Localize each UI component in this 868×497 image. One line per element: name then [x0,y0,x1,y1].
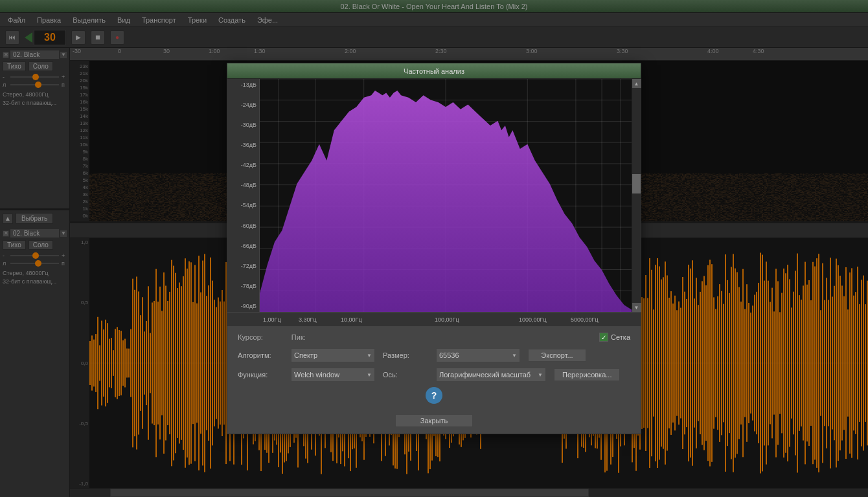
scroll-arrow-up[interactable]: ▲ [632,79,641,88]
chart-y-label-3: -36дБ [230,142,257,148]
axis-value: Логарифмический масштаб [439,371,531,379]
function-arrow-icon: ▼ [367,372,372,378]
redraw-button[interactable]: Перерисовка... [554,368,620,381]
chart-y-label-11: -90дБ [230,303,257,309]
chart-container: -13дБ -24дБ -30дБ -36дБ -42дБ -48дБ -54д… [227,79,641,312]
cursor-peak-row: Курсор: Пик: ✓ Сетка [238,333,630,342]
x-label-0: 1,00Гц [263,316,281,323]
chart-y-label-7: -60дБ [230,223,257,229]
close-dialog-row: Закрыть [395,414,473,427]
algorithm-select[interactable]: Спектр ▼ [291,348,375,362]
chart-y-label-6: -54дБ [230,202,257,208]
function-select[interactable]: Welch window ▼ [291,368,375,382]
scroll-thumb-v[interactable] [632,174,641,193]
chart-y-label-5: -48дБ [230,182,257,188]
function-label: Функция: [238,371,283,379]
freq-dialog: Частотный анализ -13дБ -24дБ -30дБ -36дБ… [227,63,641,434]
dialog-title: Частотный анализ [227,63,641,79]
chart-y-label-9: -72дБ [230,263,257,269]
grid-checkbox-container[interactable]: ✓ Сетка [599,333,630,342]
freq-canvas [260,79,632,312]
chart-x-axis: 1,00Гц 3,30Гц 10,00Гц 100,00Гц 1000,00Гц… [227,312,641,326]
scroll-arrow-down[interactable]: ▼ [632,303,641,312]
size-value: 65536 [439,351,459,359]
size-label: Размер: [383,351,428,359]
axis-select[interactable]: Логарифмический масштаб ▼ [436,368,546,382]
chart-y-label-0: -13дБ [230,82,257,88]
chart-main [260,79,632,312]
chart-y-label-10: -78дБ [230,283,257,289]
algorithm-row: Алгоритм: Спектр ▼ Размер: 65536 ▼ Экспо… [238,348,630,362]
close-button[interactable]: Закрыть [395,414,473,427]
chart-scrollbar[interactable]: ▲ ▼ [632,79,641,312]
grid-checkbox[interactable]: ✓ [599,333,608,342]
algorithm-value: Спектр [294,351,317,359]
size-select[interactable]: 65536 ▼ [436,348,520,362]
modal-overlay: Частотный анализ -13дБ -24дБ -30дБ -36дБ… [0,0,868,497]
peak-label: Пик: [291,333,306,341]
dialog-controls: Курсор: Пик: ✓ Сетка Алгоритм: Спектр ▼ [227,326,641,434]
x-label-5: 5000,00Гц [571,316,599,323]
x-label-1: 3,30Гц [299,316,317,323]
chart-y-axis: -13дБ -24дБ -30дБ -36дБ -42дБ -48дБ -54д… [227,79,260,312]
chart-y-label-1: -24дБ [230,102,257,108]
chart-y-label-8: -66дБ [230,243,257,249]
scroll-track[interactable] [632,88,641,303]
function-row: Функция: Welch window ▼ Ось: Логарифмиче… [238,368,630,382]
dialog-title-text: Частотный анализ [404,67,464,75]
x-label-4: 1000,00Гц [519,316,547,323]
help-button[interactable]: ? [426,387,442,404]
axis-label: Ось: [383,371,428,379]
x-label-3: 100,00Гц [435,316,459,323]
checkbox-check-icon: ✓ [601,334,606,341]
export-button[interactable]: Экспорт... [528,349,586,362]
axis-arrow-icon: ▼ [538,372,543,378]
size-arrow-icon: ▼ [512,353,517,359]
algorithm-arrow-icon: ▼ [367,353,372,359]
algorithm-label: Алгоритм: [238,351,283,359]
cursor-label: Курсор: [238,333,263,341]
chart-y-label-4: -42дБ [230,162,257,168]
function-value: Welch window [294,371,339,379]
grid-label: Сетка [611,333,630,341]
x-label-2: 10,00Гц [341,316,362,323]
chart-y-label-2: -30дБ [230,122,257,128]
